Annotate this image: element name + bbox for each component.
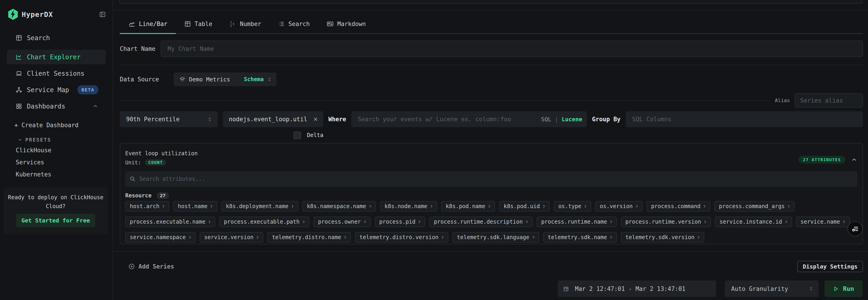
preset-item[interactable]: Services <box>16 156 106 168</box>
attribute-chip[interactable]: k8s.pod.uid <box>499 201 550 212</box>
chevron-up-icon[interactable] <box>92 103 98 109</box>
attribute-chip[interactable]: telemetry.sdk.name <box>543 232 617 243</box>
attribute-chip[interactable]: process.runtime.description <box>429 217 532 227</box>
preset-item[interactable]: Kubernetes <box>16 168 106 180</box>
feedback-list-icon <box>851 225 859 233</box>
attribute-chip[interactable]: telemetry.sdk.version <box>621 232 704 243</box>
attribute-chip[interactable]: telemetry.distro.version <box>355 232 448 243</box>
metric-name: nodejs.event_loop.util <box>229 116 307 122</box>
attribute-chip[interactable]: process.command <box>647 201 710 212</box>
attribute-chip[interactable]: process.executable.name <box>125 217 215 227</box>
resource-group-row: Resource 27 <box>125 192 858 199</box>
attribute-chip[interactable]: telemetry.distro.name <box>267 232 351 243</box>
add-series-label: Add Series <box>138 263 174 270</box>
attribute-chip[interactable]: service.version <box>200 232 264 243</box>
attributes-search-input[interactable]: Search attributes... <box>125 171 858 187</box>
chevron-right-icon <box>343 235 347 239</box>
preset-item[interactable]: ClickHouse <box>16 144 106 156</box>
tab-search[interactable]: Search <box>270 15 318 34</box>
create-dashboard-button[interactable]: + Create Dashboard <box>14 121 79 129</box>
get-started-button[interactable]: Get Started for Free <box>16 214 95 227</box>
time-range-value: Mar 2 12:47:01 - Mar 2 13:47:01 <box>575 285 685 292</box>
attribute-chip[interactable]: k8s.deployment.name <box>221 201 298 212</box>
attribute-chip[interactable]: service.namespace <box>125 232 195 243</box>
presets-toggle[interactable]: PRESETS <box>18 137 51 143</box>
chevron-right-icon <box>188 235 192 239</box>
run-button[interactable]: Run <box>825 280 863 297</box>
attribute-chip[interactable]: k8s.node.name <box>380 201 437 212</box>
attribute-chip[interactable]: process.owner <box>314 217 371 227</box>
chevron-right-icon <box>842 220 846 224</box>
attribute-chip[interactable]: host.arch <box>125 201 169 212</box>
chart-name-input[interactable]: My Chart Name <box>161 40 863 57</box>
search-icon <box>129 176 136 182</box>
aggregation-value: 90th Percentile <box>126 116 180 122</box>
data-source-select[interactable]: Demo Metrics Schema <box>174 73 276 86</box>
resource-count-badge: 27 <box>157 192 169 199</box>
tab-line-bar[interactable]: Line/Bar <box>120 15 176 34</box>
feedback-widget-button[interactable] <box>847 221 863 237</box>
sidebar-collapse-icon[interactable] <box>99 11 106 18</box>
tab-label: Table <box>194 21 212 27</box>
where-input[interactable]: Search your events w/ Lucene ex. column:… <box>351 111 587 127</box>
time-range-input[interactable]: Mar 2 12:47:01 - Mar 2 13:47:01 <box>558 280 716 297</box>
sql-toggle[interactable]: SQL <box>541 116 551 122</box>
tab-number[interactable]: 1 2 3 Number <box>221 15 270 34</box>
attribute-chip[interactable]: process.executable.path <box>219 217 309 227</box>
number-123-icon: 1 2 3 <box>229 20 237 28</box>
attribute-chip[interactable]: os.version <box>595 201 643 212</box>
remove-metric-icon[interactable] <box>313 116 318 122</box>
add-series-button[interactable]: Add Series <box>128 263 174 270</box>
attribute-chip[interactable]: service.name <box>796 217 850 227</box>
attribute-chip[interactable]: service.instance.id <box>715 217 792 227</box>
delta-row: Delta <box>293 131 323 139</box>
chevron-right-icon <box>784 220 788 224</box>
resource-group-label: Resource <box>125 192 152 199</box>
chevron-right-icon <box>210 204 214 208</box>
tab-markdown[interactable]: Markdown <box>318 15 374 34</box>
attributes-search-placeholder: Search attributes... <box>140 176 205 182</box>
attribute-chip[interactable]: os.type <box>554 201 591 212</box>
sidebar: HyperDX Search <box>0 0 113 300</box>
alias-input[interactable]: Series alias <box>795 93 863 108</box>
display-settings-button[interactable]: Display Settings <box>797 261 863 272</box>
chevron-right-icon <box>417 220 422 224</box>
alias-label: Alias <box>775 98 790 103</box>
attribute-chips: host.arch host.name k8s.deployme <box>125 201 858 243</box>
attribute-chip[interactable]: process.command_args <box>714 201 795 212</box>
global-search-bar-partial[interactable] <box>119 0 863 4</box>
chevron-right-icon <box>525 220 529 224</box>
sidebar-item-search[interactable]: Search <box>7 31 106 45</box>
delta-checkbox[interactable] <box>293 132 301 139</box>
sidebar-item-chart-explorer[interactable]: Chart Explorer <box>7 50 106 64</box>
attribute-chip[interactable]: telemetry.sdk.language <box>453 232 539 243</box>
sidebar-item-client-sessions[interactable]: Client Sessions <box>7 66 106 81</box>
attribute-chip[interactable]: process.pid <box>375 217 425 227</box>
sidebar-item-service-map[interactable]: Service Map BETA <box>7 83 106 97</box>
attribute-chip[interactable]: process.runtime.version <box>621 217 711 227</box>
svg-text:3: 3 <box>232 23 234 26</box>
collapse-attributes-icon[interactable] <box>851 156 858 163</box>
sidebar-item-dashboards[interactable]: Dashboards <box>7 99 106 113</box>
chevron-right-icon <box>787 204 791 208</box>
metric-chip[interactable]: nodejs.event_loop.util <box>223 111 323 127</box>
dashboards-icon <box>16 103 22 110</box>
hyperdx-logo-icon <box>7 8 19 20</box>
attribute-chip[interactable]: k8s.namespace.name <box>302 201 376 212</box>
plus-circle-icon <box>128 263 135 270</box>
chevron-right-icon <box>609 220 613 224</box>
schema-link[interactable]: Schema <box>244 76 264 83</box>
chevron-right-icon <box>441 235 445 239</box>
aggregation-select[interactable]: 90th Percentile <box>120 111 218 127</box>
attribute-chip[interactable]: process.runtime.name <box>537 217 617 227</box>
language-switch: SQL | Lucene <box>541 116 582 122</box>
cloud-promo-card: Ready to deploy on ClickHouse Cloud? Get… <box>3 187 108 234</box>
chart-name-placeholder: My Chart Name <box>167 45 214 52</box>
group-by-input[interactable]: SQL Columns <box>626 111 863 127</box>
attribute-chip[interactable]: host.name <box>173 201 217 212</box>
chevron-updown-icon <box>809 286 813 291</box>
attribute-chip[interactable]: k8s.pod.name <box>441 201 495 212</box>
tab-table[interactable]: Table <box>176 15 221 34</box>
lucene-toggle[interactable]: Lucene <box>562 116 582 122</box>
granularity-select[interactable]: Auto Granularity <box>725 280 818 297</box>
